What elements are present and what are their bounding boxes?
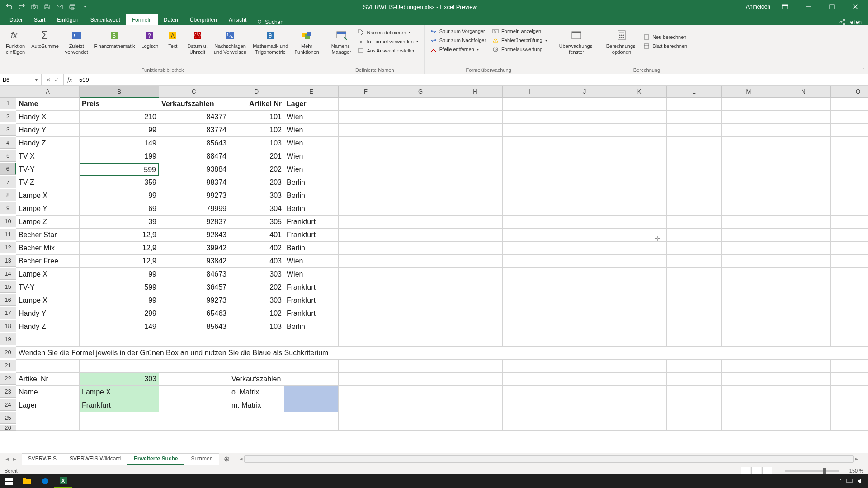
row-header[interactable]: 18 [0, 320, 16, 332]
cell[interactable] [667, 229, 722, 242]
cell[interactable] [667, 307, 722, 320]
cell[interactable] [159, 412, 229, 425]
cell[interactable]: 304 [229, 202, 284, 216]
cell[interactable] [667, 216, 722, 229]
cell[interactable] [503, 176, 557, 189]
cell[interactable]: Berlin [284, 320, 339, 333]
cell[interactable] [339, 189, 393, 202]
cell[interactable]: 85643 [159, 320, 229, 333]
cell[interactable] [831, 137, 868, 150]
row-header[interactable]: 20 [0, 347, 16, 358]
cell[interactable]: Artikel Nr [229, 98, 284, 111]
column-header[interactable]: A [16, 86, 80, 98]
cell[interactable] [393, 360, 448, 373]
cell[interactable]: Artikel Nr [16, 373, 80, 386]
cell[interactable]: Name [16, 98, 80, 111]
cell[interactable] [612, 189, 667, 202]
cell[interactable]: 79999 [159, 202, 229, 216]
cell[interactable] [503, 202, 557, 216]
cell[interactable]: Wien [284, 163, 339, 176]
cell[interactable]: 36457 [159, 281, 229, 294]
row-header[interactable]: 1 [0, 98, 16, 109]
cell[interactable]: Wien [284, 268, 339, 281]
cell[interactable] [448, 124, 503, 137]
pagebreak-view-button[interactable] [762, 467, 772, 475]
cell[interactable] [612, 320, 667, 333]
cell[interactable]: Wien [284, 150, 339, 163]
minimize-button[interactable] [799, 0, 817, 14]
column-header[interactable]: E [284, 86, 339, 98]
cell[interactable] [776, 189, 831, 202]
cell[interactable] [557, 412, 612, 425]
cell[interactable] [503, 333, 557, 347]
cell[interactable] [393, 124, 448, 137]
cell[interactable]: 65463 [159, 307, 229, 320]
cell[interactable]: 101 [229, 111, 284, 124]
row-header[interactable]: 2 [0, 111, 16, 122]
use-in-formula-button[interactable]: fxIn Formel verwenden ▾ [355, 38, 420, 46]
cell[interactable] [448, 360, 503, 373]
cell[interactable]: Frankfurt [284, 281, 339, 294]
cell[interactable] [722, 373, 776, 386]
cell[interactable] [612, 229, 667, 242]
cell[interactable] [557, 229, 612, 242]
cell[interactable] [776, 360, 831, 373]
cell[interactable] [503, 307, 557, 320]
cell[interactable] [831, 242, 868, 255]
cell[interactable] [448, 386, 503, 399]
cell[interactable] [612, 216, 667, 229]
cell[interactable] [722, 360, 776, 373]
cell[interactable] [722, 189, 776, 202]
cell[interactable] [557, 98, 612, 111]
zoom-slider[interactable] [785, 470, 839, 472]
cell[interactable]: 69 [80, 202, 159, 216]
cell[interactable] [393, 386, 448, 399]
tell-me-search[interactable]: Suchen [252, 19, 288, 25]
cell[interactable] [229, 425, 284, 431]
chevron-down-icon[interactable]: ▼ [34, 78, 38, 82]
cell[interactable] [557, 137, 612, 150]
cell[interactable] [831, 399, 868, 412]
cell[interactable] [159, 399, 229, 412]
cell[interactable] [776, 216, 831, 229]
cell[interactable]: Lager [16, 399, 80, 412]
scroll-left-icon[interactable]: ◄ [239, 456, 243, 461]
cell[interactable]: Verkaufszahlen [229, 373, 284, 386]
cell[interactable] [776, 412, 831, 425]
cell[interactable] [339, 202, 393, 216]
ribbon-display-icon[interactable] [776, 0, 794, 14]
row-header[interactable]: 23 [0, 386, 16, 398]
cell[interactable] [722, 111, 776, 124]
cell[interactable] [612, 294, 667, 307]
cell[interactable] [339, 229, 393, 242]
cell[interactable] [503, 320, 557, 333]
cell[interactable]: 85643 [159, 137, 229, 150]
cell[interactable] [776, 98, 831, 111]
calculate-now-button[interactable]: Neu berechnen [641, 33, 689, 41]
cell[interactable] [831, 294, 868, 307]
cell[interactable]: 102 [229, 307, 284, 320]
cell[interactable]: 92843 [159, 229, 229, 242]
cell[interactable] [503, 98, 557, 111]
cell[interactable] [557, 307, 612, 320]
cell[interactable] [448, 307, 503, 320]
calculation-options-button[interactable]: Berechnungs- optionen [604, 27, 640, 56]
cell[interactable] [393, 255, 448, 268]
cell[interactable] [776, 124, 831, 137]
cell[interactable] [557, 163, 612, 176]
row-header[interactable]: 21 [0, 360, 16, 371]
cell[interactable] [339, 386, 393, 399]
cell[interactable]: Becher Mix [16, 242, 80, 255]
cell[interactable] [159, 425, 229, 431]
remove-arrows-button[interactable]: Pfeile entfernen ▾ [428, 45, 488, 53]
cell[interactable] [612, 255, 667, 268]
error-checking-button[interactable]: !Fehlerüberprüfung ▾ [490, 36, 549, 44]
column-header[interactable]: D [229, 86, 284, 98]
cell[interactable] [831, 255, 868, 268]
text-button[interactable]: A Text [162, 27, 183, 56]
network-icon[interactable] [846, 479, 853, 484]
cell[interactable] [612, 98, 667, 111]
cell[interactable]: Lampe X [16, 189, 80, 202]
camera-icon[interactable] [31, 3, 38, 10]
cell[interactable] [776, 373, 831, 386]
